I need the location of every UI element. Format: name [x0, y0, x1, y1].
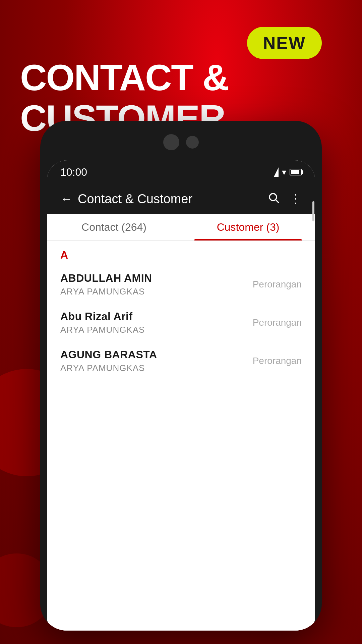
contact-info: AGUNG BARASTA ARYA PAMUNGKAS: [60, 348, 157, 373]
new-badge: NEW: [247, 27, 322, 59]
contact-name: AGUNG BARASTA: [60, 348, 157, 361]
camera-bar: [47, 127, 315, 160]
section-letter-a: A: [47, 241, 315, 265]
tab-customer[interactable]: Customer (3): [181, 214, 315, 240]
phone-mockup: 10:00 ▾ ← Contact & Customer: [40, 121, 322, 644]
status-time: 10:00: [60, 166, 87, 178]
contact-name: Abu Rizal Arif: [60, 310, 145, 323]
battery-icon: [290, 169, 302, 175]
contact-type: Perorangan: [253, 317, 302, 328]
list-item[interactable]: ABDULLAH AMIN ARYA PAMUNGKAS Perorangan: [47, 265, 315, 304]
status-icons: ▾: [274, 167, 302, 177]
camera-lens-main: [163, 134, 179, 150]
list-item[interactable]: Abu Rizal Arif ARYA PAMUNGKAS Perorangan: [47, 304, 315, 342]
status-bar: 10:00 ▾: [47, 160, 315, 184]
app-header: ← Contact & Customer ⋮: [47, 184, 315, 214]
back-button[interactable]: ←: [60, 192, 72, 206]
header-title: Contact & Customer: [78, 192, 192, 206]
phone-screen: 10:00 ▾ ← Contact & Customer: [47, 160, 315, 631]
signal-icon: [274, 167, 279, 177]
contact-sub: ARYA PAMUNGKAS: [60, 286, 152, 297]
scrollbar: [312, 201, 314, 221]
tabs-container: Contact (264) Customer (3): [47, 214, 315, 241]
more-options-icon[interactable]: ⋮: [290, 192, 302, 206]
list-item[interactable]: AGUNG BARASTA ARYA PAMUNGKAS Perorangan: [47, 342, 315, 380]
contact-type: Perorangan: [253, 356, 302, 366]
search-icon[interactable]: [267, 192, 280, 207]
svg-line-1: [276, 200, 279, 202]
battery-fill: [291, 170, 299, 174]
content-area: A ABDULLAH AMIN ARYA PAMUNGKAS Peroranga…: [47, 241, 315, 631]
contact-name: ABDULLAH AMIN: [60, 272, 152, 284]
contact-sub: ARYA PAMUNGKAS: [60, 325, 145, 335]
wifi-icon: ▾: [282, 167, 286, 177]
header-left: ← Contact & Customer: [60, 192, 192, 206]
contact-info: ABDULLAH AMIN ARYA PAMUNGKAS: [60, 272, 152, 297]
tab-contact[interactable]: Contact (264): [47, 214, 181, 240]
phone-outer: 10:00 ▾ ← Contact & Customer: [40, 121, 322, 631]
contact-type: Perorangan: [253, 279, 302, 290]
contact-info: Abu Rizal Arif ARYA PAMUNGKAS: [60, 310, 145, 335]
header-right: ⋮: [267, 192, 302, 207]
camera-lens-secondary: [186, 136, 199, 149]
contact-sub: ARYA PAMUNGKAS: [60, 363, 157, 373]
